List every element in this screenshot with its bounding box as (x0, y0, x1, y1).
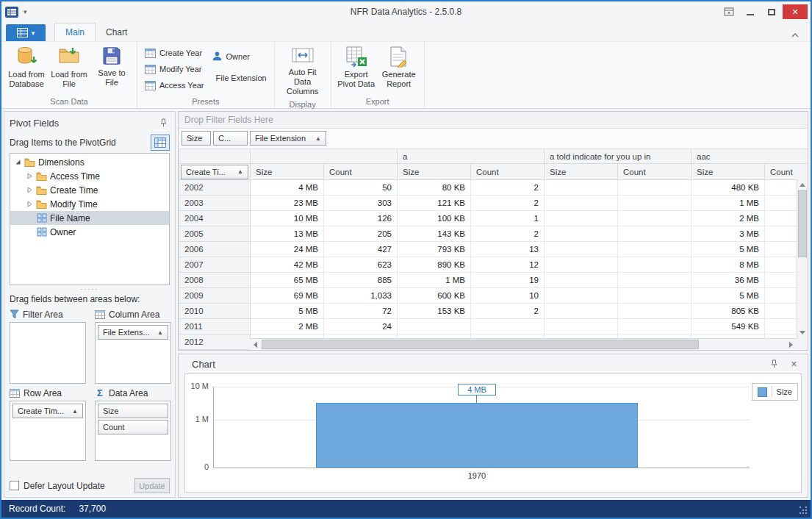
pivot-cell[interactable]: 121 KB (398, 196, 471, 211)
pivot-cell[interactable]: 5 MB (691, 288, 765, 304)
pivot-cell[interactable]: 5 MB (691, 242, 765, 257)
pivot-cell[interactable] (618, 226, 691, 242)
resize-grip[interactable] (800, 507, 808, 515)
sub-header-count[interactable]: Count (324, 164, 398, 180)
pivot-cell[interactable]: 2 MB (251, 319, 324, 334)
pivot-cell[interactable]: 600 KB (398, 288, 471, 304)
field-chip-c[interactable]: C... (213, 131, 248, 146)
sub-header-count[interactable]: Count (471, 164, 545, 180)
pivot-cell[interactable]: 3 MB (691, 226, 765, 242)
sub-header-count[interactable]: Count (618, 164, 691, 180)
modify-year-button[interactable]: Modify Year (141, 62, 208, 76)
pivot-cell[interactable]: 10 (471, 288, 545, 304)
pivot-cell[interactable] (545, 180, 618, 196)
load-from-database-button[interactable]: Load from Database (5, 43, 48, 91)
filter-area-box[interactable] (10, 322, 86, 384)
pivot-cell[interactable]: 69 MB (251, 288, 324, 304)
pin-icon[interactable] (157, 117, 170, 129)
owner-button[interactable]: Owner (208, 49, 270, 64)
pivot-cell[interactable]: 13 (471, 242, 545, 257)
app-menu-button[interactable]: ▾ (6, 24, 46, 41)
pivot-cell[interactable]: 303 (324, 196, 398, 211)
expander-closed-icon[interactable] (25, 201, 35, 207)
column-group-header-aac[interactable]: aac (691, 149, 808, 164)
pivot-cell[interactable]: 13 MB (251, 226, 324, 242)
pivot-cell[interactable] (618, 196, 691, 211)
pivot-cell[interactable] (545, 273, 618, 288)
pivot-cell[interactable] (618, 257, 691, 273)
pivot-cell[interactable]: 10 MB (251, 211, 324, 226)
pivot-cell[interactable]: 1 (471, 211, 545, 226)
pivot-cell[interactable]: 1 MB (691, 196, 765, 211)
generate-report-button[interactable]: Generate Report (378, 43, 420, 91)
pivot-cell[interactable]: 80 KB (398, 180, 471, 196)
tree-item-owner[interactable]: Owner (10, 225, 169, 239)
pivot-cell[interactable]: 72 (324, 304, 398, 319)
row-header-2010[interactable]: 2010 (179, 304, 251, 319)
pivot-cell[interactable] (545, 319, 618, 334)
vertical-scroll-thumb[interactable] (798, 190, 807, 257)
pivot-cell[interactable]: 890 KB (398, 257, 471, 273)
row-header-2006[interactable]: 2006 (179, 242, 251, 257)
scroll-up-button[interactable] (797, 179, 808, 190)
column-group-header-a[interactable]: a (398, 149, 545, 164)
pivot-cell[interactable] (545, 226, 618, 242)
pivot-cell[interactable]: 549 KB (691, 319, 765, 334)
minimize-button[interactable] (740, 4, 761, 19)
chart-bar-size-1970[interactable] (316, 403, 638, 468)
chart-legend[interactable]: Size (752, 383, 798, 401)
pivot-cell[interactable]: 24 MB (251, 242, 324, 257)
update-button[interactable]: Update (134, 478, 170, 493)
row-header-2004[interactable]: 2004 (179, 211, 251, 226)
pivot-cell[interactable] (545, 211, 618, 226)
pivot-cell[interactable]: 5 MB (251, 304, 324, 319)
pivot-cell[interactable] (545, 242, 618, 257)
pivot-cell[interactable]: 885 (324, 273, 398, 288)
pivot-cell[interactable]: 1,033 (324, 288, 398, 304)
pivot-cell[interactable]: 793 KB (398, 242, 471, 257)
sub-header-size[interactable]: Size (398, 164, 471, 180)
pivot-cell[interactable]: 65 MB (251, 273, 324, 288)
column-group-header-blank[interactable] (251, 149, 398, 164)
panel-splitter[interactable]: ····· (10, 285, 170, 294)
tree-item-dimensions[interactable]: Dimensions (10, 155, 169, 169)
pivot-cell[interactable]: 205 (324, 226, 398, 242)
field-chip-file-extens[interactable]: File Extens...▲ (98, 325, 168, 340)
auto-fit-data-columns-button[interactable]: Auto Fit Data Columns (279, 43, 327, 99)
row-header-2009[interactable]: 2009 (179, 288, 251, 304)
save-to-file-button[interactable]: Save to File (90, 43, 133, 90)
field-chip-count[interactable]: Count (98, 420, 168, 434)
pivot-cell[interactable]: 1 MB (398, 273, 471, 288)
pivot-cell[interactable]: 2 (471, 226, 545, 242)
collapse-ribbon-button[interactable] (787, 29, 803, 41)
pivot-cell[interactable] (618, 211, 691, 226)
app-logo-icon[interactable] (4, 6, 19, 18)
pivot-cell[interactable] (618, 180, 691, 196)
pivot-cell[interactable] (618, 288, 691, 304)
pivot-cell[interactable]: 100 KB (398, 211, 471, 226)
row-header-2011[interactable]: 2011 (179, 319, 251, 334)
field-chip-size[interactable]: Size (98, 404, 168, 418)
pivot-cell[interactable]: 8 MB (691, 257, 765, 273)
tab-main[interactable]: Main (54, 23, 96, 41)
field-chip-size[interactable]: Size (182, 131, 211, 146)
expander-closed-icon[interactable] (25, 173, 35, 179)
pivot-cell[interactable] (545, 196, 618, 211)
scroll-right-button[interactable] (786, 339, 797, 350)
row-header-2007[interactable]: 2007 (179, 257, 251, 273)
pivot-cell[interactable]: 427 (324, 242, 398, 257)
close-button[interactable]: ✕ (783, 4, 808, 19)
expander-closed-icon[interactable] (25, 187, 35, 193)
pivot-cell[interactable]: 23 MB (251, 196, 324, 211)
ribbon-display-options-button[interactable] (719, 4, 739, 19)
pivot-cell[interactable]: 36 MB (691, 273, 765, 288)
pin-icon[interactable] (768, 358, 780, 370)
pivot-cell[interactable]: 24 (324, 319, 398, 334)
pivot-cell[interactable]: 126 (324, 211, 398, 226)
pivot-cell[interactable]: 19 (471, 273, 545, 288)
pivot-cell[interactable] (618, 304, 691, 319)
pivot-cell[interactable]: 2 (471, 196, 545, 211)
row-area-box[interactable]: Create Tim...▲ (10, 401, 86, 461)
pivot-cell[interactable]: 4 MB (251, 180, 324, 196)
field-chip-create-tim[interactable]: Create Tim...▲ (12, 404, 83, 418)
